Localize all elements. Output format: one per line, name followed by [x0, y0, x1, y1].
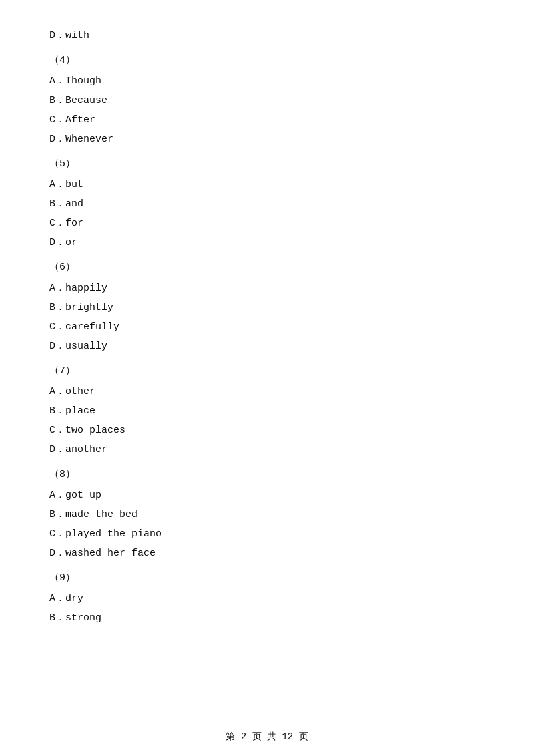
option-item: B．strong [47, 609, 487, 627]
option-item: D．with [47, 27, 487, 45]
page-footer: 第 2 页 共 12 页 [0, 731, 534, 743]
question-number: （6） [47, 258, 487, 276]
option-item: C．After [47, 111, 487, 129]
question-number: （7） [47, 362, 487, 380]
option-item: A．happily [47, 279, 487, 297]
option-item: C．for [47, 214, 487, 232]
option-item: A．got up [47, 486, 487, 504]
option-item: D．another [47, 441, 487, 459]
option-item: D．Whenever [47, 130, 487, 148]
option-item: D．usually [47, 337, 487, 355]
option-item: B．and [47, 195, 487, 213]
option-item: A．Though [47, 72, 487, 90]
option-item: D．or [47, 234, 487, 252]
option-item: A．but [47, 176, 487, 194]
question-number: （9） [47, 569, 487, 587]
option-item: B．made the bed [47, 506, 487, 524]
option-item: A．dry [47, 590, 487, 608]
question-number: （4） [47, 51, 487, 69]
question-number: （5） [47, 155, 487, 173]
option-item: C．played the piano [47, 525, 487, 543]
question-number: （8） [47, 465, 487, 484]
option-item: B．place [47, 402, 487, 420]
option-item: C．carefully [47, 318, 487, 336]
footer-text: 第 2 页 共 12 页 [226, 731, 308, 742]
page-content: D．with（4）A．ThoughB．BecauseC．AfterD．Whene… [0, 0, 534, 669]
option-item: D．washed her face [47, 544, 487, 562]
option-item: A．other [47, 383, 487, 401]
option-item: C．two places [47, 421, 487, 439]
option-item: B．brightly [47, 299, 487, 317]
option-item: B．Because [47, 91, 487, 110]
